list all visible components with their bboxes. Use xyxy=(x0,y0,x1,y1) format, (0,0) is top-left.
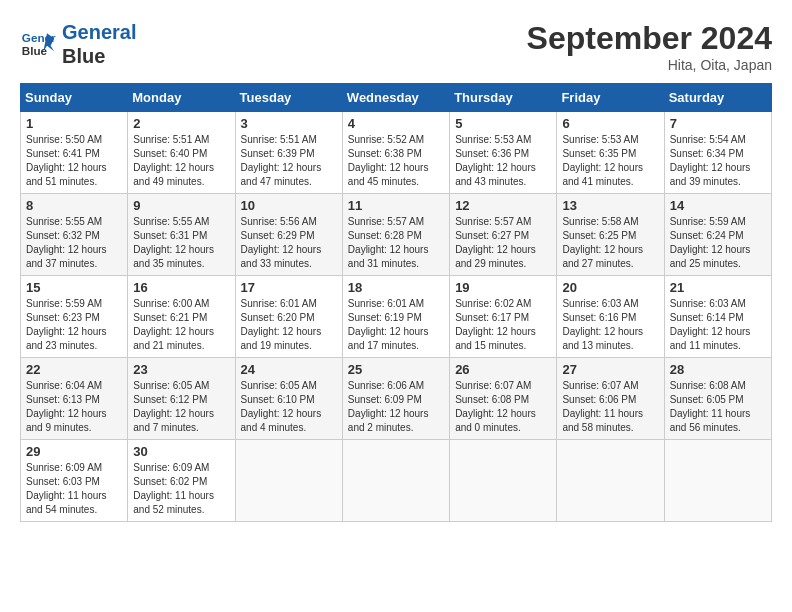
day-number: 16 xyxy=(133,280,229,295)
calendar-cell: 9Sunrise: 5:55 AM Sunset: 6:31 PM Daylig… xyxy=(128,194,235,276)
day-number: 9 xyxy=(133,198,229,213)
day-info: Sunrise: 6:03 AM Sunset: 6:16 PM Dayligh… xyxy=(562,297,658,353)
calendar-cell: 26Sunrise: 6:07 AM Sunset: 6:08 PM Dayli… xyxy=(450,358,557,440)
calendar-cell: 1Sunrise: 5:50 AM Sunset: 6:41 PM Daylig… xyxy=(21,112,128,194)
day-number: 21 xyxy=(670,280,766,295)
calendar-cell: 10Sunrise: 5:56 AM Sunset: 6:29 PM Dayli… xyxy=(235,194,342,276)
calendar-cell: 23Sunrise: 6:05 AM Sunset: 6:12 PM Dayli… xyxy=(128,358,235,440)
calendar-cell: 18Sunrise: 6:01 AM Sunset: 6:19 PM Dayli… xyxy=(342,276,449,358)
page-header: General Blue GeneralBlue September 2024 … xyxy=(20,20,772,73)
weekday-header: Sunday xyxy=(21,84,128,112)
day-info: Sunrise: 5:56 AM Sunset: 6:29 PM Dayligh… xyxy=(241,215,337,271)
calendar-cell: 21Sunrise: 6:03 AM Sunset: 6:14 PM Dayli… xyxy=(664,276,771,358)
calendar-cell: 13Sunrise: 5:58 AM Sunset: 6:25 PM Dayli… xyxy=(557,194,664,276)
calendar-cell: 3Sunrise: 5:51 AM Sunset: 6:39 PM Daylig… xyxy=(235,112,342,194)
day-number: 28 xyxy=(670,362,766,377)
calendar-cell: 15Sunrise: 5:59 AM Sunset: 6:23 PM Dayli… xyxy=(21,276,128,358)
weekday-header: Saturday xyxy=(664,84,771,112)
day-number: 15 xyxy=(26,280,122,295)
logo: General Blue GeneralBlue xyxy=(20,20,136,68)
day-number: 30 xyxy=(133,444,229,459)
day-info: Sunrise: 6:07 AM Sunset: 6:08 PM Dayligh… xyxy=(455,379,551,435)
weekday-header: Thursday xyxy=(450,84,557,112)
calendar-week-row: 22Sunrise: 6:04 AM Sunset: 6:13 PM Dayli… xyxy=(21,358,772,440)
calendar-cell: 2Sunrise: 5:51 AM Sunset: 6:40 PM Daylig… xyxy=(128,112,235,194)
calendar-cell xyxy=(664,440,771,522)
day-number: 20 xyxy=(562,280,658,295)
day-info: Sunrise: 6:04 AM Sunset: 6:13 PM Dayligh… xyxy=(26,379,122,435)
day-info: Sunrise: 6:01 AM Sunset: 6:20 PM Dayligh… xyxy=(241,297,337,353)
day-info: Sunrise: 6:08 AM Sunset: 6:05 PM Dayligh… xyxy=(670,379,766,435)
calendar-cell xyxy=(557,440,664,522)
day-info: Sunrise: 6:03 AM Sunset: 6:14 PM Dayligh… xyxy=(670,297,766,353)
day-info: Sunrise: 6:09 AM Sunset: 6:03 PM Dayligh… xyxy=(26,461,122,517)
day-number: 25 xyxy=(348,362,444,377)
day-info: Sunrise: 5:53 AM Sunset: 6:35 PM Dayligh… xyxy=(562,133,658,189)
day-info: Sunrise: 5:55 AM Sunset: 6:32 PM Dayligh… xyxy=(26,215,122,271)
day-info: Sunrise: 5:53 AM Sunset: 6:36 PM Dayligh… xyxy=(455,133,551,189)
calendar-cell xyxy=(342,440,449,522)
day-number: 17 xyxy=(241,280,337,295)
day-number: 18 xyxy=(348,280,444,295)
location: Hita, Oita, Japan xyxy=(527,57,772,73)
day-number: 19 xyxy=(455,280,551,295)
day-info: Sunrise: 5:59 AM Sunset: 6:23 PM Dayligh… xyxy=(26,297,122,353)
day-info: Sunrise: 5:50 AM Sunset: 6:41 PM Dayligh… xyxy=(26,133,122,189)
day-info: Sunrise: 5:55 AM Sunset: 6:31 PM Dayligh… xyxy=(133,215,229,271)
calendar-cell: 28Sunrise: 6:08 AM Sunset: 6:05 PM Dayli… xyxy=(664,358,771,440)
weekday-header: Monday xyxy=(128,84,235,112)
calendar-cell: 4Sunrise: 5:52 AM Sunset: 6:38 PM Daylig… xyxy=(342,112,449,194)
weekday-header: Tuesday xyxy=(235,84,342,112)
day-number: 29 xyxy=(26,444,122,459)
calendar-cell: 17Sunrise: 6:01 AM Sunset: 6:20 PM Dayli… xyxy=(235,276,342,358)
calendar-cell: 7Sunrise: 5:54 AM Sunset: 6:34 PM Daylig… xyxy=(664,112,771,194)
calendar-cell: 24Sunrise: 6:05 AM Sunset: 6:10 PM Dayli… xyxy=(235,358,342,440)
calendar-week-row: 15Sunrise: 5:59 AM Sunset: 6:23 PM Dayli… xyxy=(21,276,772,358)
calendar-cell: 11Sunrise: 5:57 AM Sunset: 6:28 PM Dayli… xyxy=(342,194,449,276)
day-info: Sunrise: 6:06 AM Sunset: 6:09 PM Dayligh… xyxy=(348,379,444,435)
calendar-cell: 27Sunrise: 6:07 AM Sunset: 6:06 PM Dayli… xyxy=(557,358,664,440)
calendar-week-row: 29Sunrise: 6:09 AM Sunset: 6:03 PM Dayli… xyxy=(21,440,772,522)
calendar-cell xyxy=(450,440,557,522)
logo-text: GeneralBlue xyxy=(62,20,136,68)
day-info: Sunrise: 6:00 AM Sunset: 6:21 PM Dayligh… xyxy=(133,297,229,353)
calendar-cell: 29Sunrise: 6:09 AM Sunset: 6:03 PM Dayli… xyxy=(21,440,128,522)
day-info: Sunrise: 5:58 AM Sunset: 6:25 PM Dayligh… xyxy=(562,215,658,271)
day-number: 5 xyxy=(455,116,551,131)
day-info: Sunrise: 6:01 AM Sunset: 6:19 PM Dayligh… xyxy=(348,297,444,353)
calendar-cell: 30Sunrise: 6:09 AM Sunset: 6:02 PM Dayli… xyxy=(128,440,235,522)
day-info: Sunrise: 5:51 AM Sunset: 6:39 PM Dayligh… xyxy=(241,133,337,189)
day-number: 11 xyxy=(348,198,444,213)
calendar-cell: 12Sunrise: 5:57 AM Sunset: 6:27 PM Dayli… xyxy=(450,194,557,276)
calendar-cell: 16Sunrise: 6:00 AM Sunset: 6:21 PM Dayli… xyxy=(128,276,235,358)
day-number: 1 xyxy=(26,116,122,131)
day-number: 14 xyxy=(670,198,766,213)
calendar-cell: 6Sunrise: 5:53 AM Sunset: 6:35 PM Daylig… xyxy=(557,112,664,194)
calendar-cell: 5Sunrise: 5:53 AM Sunset: 6:36 PM Daylig… xyxy=(450,112,557,194)
day-info: Sunrise: 5:51 AM Sunset: 6:40 PM Dayligh… xyxy=(133,133,229,189)
day-info: Sunrise: 5:52 AM Sunset: 6:38 PM Dayligh… xyxy=(348,133,444,189)
day-number: 2 xyxy=(133,116,229,131)
day-info: Sunrise: 6:09 AM Sunset: 6:02 PM Dayligh… xyxy=(133,461,229,517)
day-number: 7 xyxy=(670,116,766,131)
weekday-header: Wednesday xyxy=(342,84,449,112)
day-info: Sunrise: 5:57 AM Sunset: 6:28 PM Dayligh… xyxy=(348,215,444,271)
day-number: 12 xyxy=(455,198,551,213)
day-number: 24 xyxy=(241,362,337,377)
calendar-cell: 14Sunrise: 5:59 AM Sunset: 6:24 PM Dayli… xyxy=(664,194,771,276)
day-number: 22 xyxy=(26,362,122,377)
day-number: 8 xyxy=(26,198,122,213)
calendar-week-row: 8Sunrise: 5:55 AM Sunset: 6:32 PM Daylig… xyxy=(21,194,772,276)
calendar-cell: 8Sunrise: 5:55 AM Sunset: 6:32 PM Daylig… xyxy=(21,194,128,276)
calendar-cell xyxy=(235,440,342,522)
calendar-week-row: 1Sunrise: 5:50 AM Sunset: 6:41 PM Daylig… xyxy=(21,112,772,194)
day-number: 27 xyxy=(562,362,658,377)
calendar-table: SundayMondayTuesdayWednesdayThursdayFrid… xyxy=(20,83,772,522)
title-block: September 2024 Hita, Oita, Japan xyxy=(527,20,772,73)
calendar-cell: 22Sunrise: 6:04 AM Sunset: 6:13 PM Dayli… xyxy=(21,358,128,440)
day-number: 4 xyxy=(348,116,444,131)
day-info: Sunrise: 6:07 AM Sunset: 6:06 PM Dayligh… xyxy=(562,379,658,435)
day-number: 13 xyxy=(562,198,658,213)
day-info: Sunrise: 6:05 AM Sunset: 6:12 PM Dayligh… xyxy=(133,379,229,435)
day-number: 26 xyxy=(455,362,551,377)
